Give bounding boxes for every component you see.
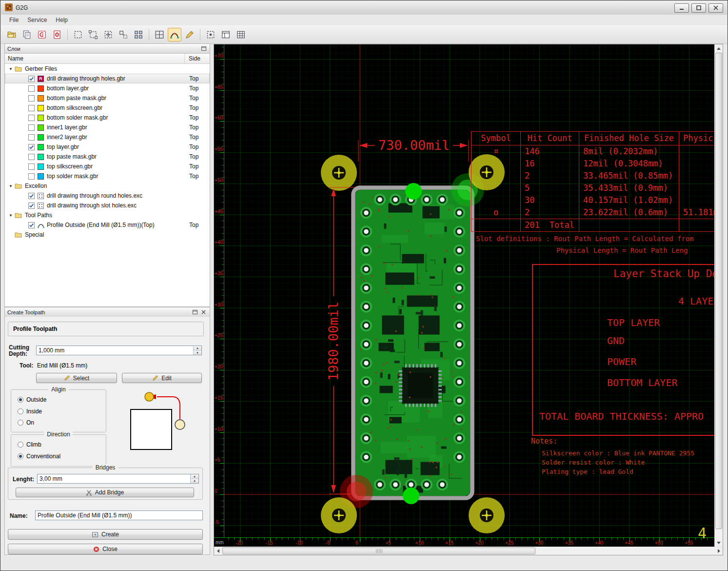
vertical-scroll-thumb[interactable] (715, 53, 722, 529)
minimize-button[interactable] (674, 3, 689, 13)
layer-checkbox[interactable] (28, 85, 35, 92)
scroll-up-button[interactable] (715, 44, 723, 52)
direction-conventional-radio[interactable]: Conventional (18, 453, 60, 460)
layer-item[interactable]: bottom paste mask.gbrTop (5, 93, 210, 103)
layer-item[interactable]: top layer.gbrTop (5, 142, 210, 152)
close-button[interactable] (708, 3, 723, 13)
layer-checkbox[interactable] (28, 95, 35, 102)
layer-item[interactable]: drill drawing through round holes.exc (5, 191, 210, 201)
menu-file[interactable]: File (5, 15, 23, 25)
cutting-depth-stepper[interactable]: ▲▼ (193, 346, 201, 355)
open-archive-button[interactable] (20, 28, 34, 41)
snap-tool-button[interactable] (117, 28, 130, 41)
layer-item[interactable]: Rdrill drawing through holes.gbrTop (5, 74, 210, 83)
pcb-canvas[interactable]: 730.00mil 1980.00mil SymbolHit CountFini… (214, 44, 714, 547)
drill-table-total-cell: 201Total (520, 219, 579, 231)
align-outside-radio[interactable]: Outside (18, 396, 46, 403)
panels-toggle-button[interactable] (219, 28, 233, 41)
panelize-button[interactable] (153, 28, 166, 41)
menu-service[interactable]: Service (23, 15, 51, 25)
select-tool-button[interactable] (71, 28, 85, 41)
paint-toolpath-button[interactable] (183, 28, 197, 41)
menu-help[interactable]: Help (51, 15, 72, 25)
layers-panel-titlebar[interactable]: Слои (5, 44, 210, 54)
ruler-label: +25 (215, 333, 223, 338)
layer-checkbox[interactable] (28, 203, 35, 209)
zoom-window-button[interactable] (86, 28, 100, 41)
layer-item[interactable]: inner1 layer.gbrTop (5, 122, 210, 132)
layer-group-special[interactable]: Special (5, 230, 210, 240)
toolpath-float-button[interactable] (191, 309, 198, 316)
move-tool-button[interactable] (101, 28, 115, 41)
layer-checkbox[interactable] (28, 193, 35, 199)
toolpath-close-button[interactable] (200, 309, 207, 316)
add-bridge-button[interactable]: Add Bridge (16, 488, 194, 497)
layers-float-button[interactable] (200, 45, 207, 52)
report-toggle-button[interactable] (234, 28, 248, 41)
layer-name: top paste mask.gbr (47, 153, 97, 160)
layers-column-header[interactable]: Name Side (5, 54, 210, 64)
expander-icon[interactable]: ▾ (8, 66, 14, 71)
vertical-scrollbar[interactable] (714, 44, 723, 547)
layer-item[interactable]: top paste mask.gbrTop (5, 152, 210, 162)
layer-item[interactable]: top solder mask.gbrTop (5, 171, 210, 181)
layer-item[interactable]: bottom silkscreen.gbrTop (5, 103, 210, 113)
layer-group-gerber-files[interactable]: ▾Gerber Files (5, 64, 210, 74)
layer-checkbox[interactable] (28, 173, 35, 180)
layer-checkbox[interactable] (28, 115, 35, 121)
layer-item[interactable]: inner2 layer.gbrTop (5, 132, 210, 142)
horizontal-scrollbar[interactable] (214, 547, 723, 555)
ruler-tick (222, 78, 224, 78)
cutting-depth-input[interactable] (37, 346, 193, 355)
layer-checkbox[interactable] (28, 134, 35, 141)
open-button[interactable] (5, 28, 19, 41)
profile-toolpath-button[interactable] (168, 28, 181, 41)
scroll-right-button[interactable] (715, 547, 723, 555)
close-toolpath-button[interactable]: Close (8, 544, 203, 554)
bridge-target[interactable] (321, 497, 357, 533)
scroll-down-button[interactable] (715, 539, 723, 547)
import-gerber-button[interactable] (35, 28, 49, 41)
toolpath-name-input[interactable] (36, 511, 202, 520)
ruler-label: -10 (295, 540, 302, 546)
expander-icon[interactable]: ▾ (8, 184, 14, 188)
edit-tool-button[interactable]: Edit (122, 373, 202, 383)
horizontal-scroll-thumb[interactable] (222, 548, 535, 554)
layer-item[interactable]: Profile Outside (End Mill (Ø1.5 mm))(Top… (5, 220, 210, 230)
layer-side: Top (189, 85, 198, 92)
layer-checkbox[interactable] (28, 154, 35, 160)
expander-icon[interactable]: ▾ (8, 213, 14, 218)
titlebar[interactable]: G2G (1, 1, 727, 15)
layer-checkbox[interactable] (28, 124, 35, 131)
layer-checkbox[interactable] (28, 163, 35, 170)
layer-item[interactable]: bottom layer.gbrTop (5, 83, 210, 93)
outline-tool-button[interactable] (204, 28, 217, 41)
select-tool-button[interactable]: Select (36, 373, 117, 383)
layer-checkbox[interactable] (28, 105, 35, 111)
bridge-target[interactable] (469, 497, 505, 533)
drill-table-cell (472, 158, 520, 170)
layer-item[interactable]: top silkscreen.gbrTop (5, 162, 210, 171)
layer-item[interactable]: bottom solder mask.gbrTop (5, 113, 210, 122)
layer-checkbox[interactable] (28, 76, 35, 82)
align-inside-radio[interactable]: Inside (18, 408, 42, 415)
layer-group-excellon[interactable]: ▾Excellon (5, 181, 210, 191)
layer-checkbox[interactable] (28, 144, 35, 150)
toolpath-panel-titlebar[interactable]: Create Toolpath (5, 307, 210, 317)
bridge-length-stepper[interactable]: ▲▼ (190, 474, 198, 483)
direction-climb-radio[interactable]: Climb (18, 441, 41, 448)
copy-array-button[interactable] (132, 28, 145, 41)
layer-group-tool-paths[interactable]: ▾Tool Paths (5, 210, 210, 220)
maximize-button[interactable] (691, 3, 706, 13)
bridge-length-input[interactable] (38, 474, 190, 483)
align-on-radio[interactable]: On (18, 419, 34, 426)
ruler-tick (222, 252, 224, 252)
import-drill-button[interactable] (50, 28, 64, 41)
ruler-tick (504, 538, 504, 540)
create-toolpath-button[interactable]: Create (8, 529, 203, 540)
layer-checkbox[interactable] (28, 222, 35, 228)
bridge-target[interactable] (321, 155, 357, 191)
layer-stack-box: Layer Stack Up Det 4 LAYER TOP LAYER GND… (532, 264, 714, 436)
scroll-left-button[interactable] (214, 547, 222, 555)
layer-item[interactable]: drill drawing through slot holes.exc (5, 201, 210, 210)
